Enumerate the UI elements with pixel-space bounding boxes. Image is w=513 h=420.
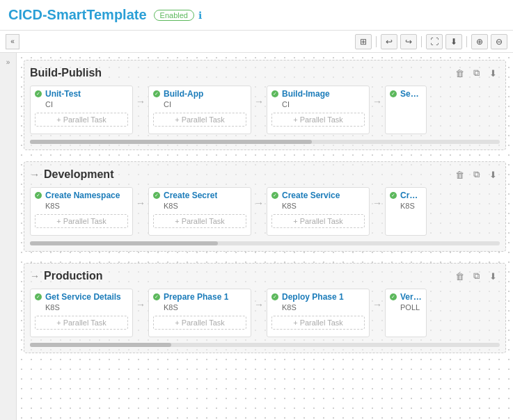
stage-scrollbar[interactable] xyxy=(30,241,500,245)
toolbar: « ⊞ ↩ ↪ ⛶ ⬇ ⊕ ⊖ xyxy=(0,31,513,53)
task-card[interactable]: Unit-TestCI+ Parallel Task xyxy=(30,86,133,134)
stage-production: →Production🗑⧉⬇Get Service DetailsK8S+ Pa… xyxy=(24,263,506,353)
task-type: K8S xyxy=(164,303,246,312)
add-parallel-task-button[interactable]: + Parallel Task xyxy=(35,214,128,228)
task-container: Get Service DetailsK8S+ Parallel Task xyxy=(30,289,133,337)
canvas-sidebar: » xyxy=(0,53,17,420)
add-parallel-task-button[interactable]: + Parallel Task xyxy=(153,316,246,330)
download-stage-button[interactable]: ⬇ xyxy=(486,66,500,80)
task-status-dot xyxy=(271,192,278,199)
stage-connector-arrow: → xyxy=(30,270,40,282)
info-icon[interactable]: ℹ xyxy=(198,10,202,21)
add-parallel-task-button[interactable]: + Parallel Task xyxy=(271,214,365,228)
copy-stage-button[interactable]: ⧉ xyxy=(469,66,483,80)
tasks-wrapper-development: Create NamespaceK8S+ Parallel Task→Creat… xyxy=(30,187,500,236)
enabled-badge[interactable]: Enabled xyxy=(154,10,194,21)
task-card-header: Veri... xyxy=(390,292,422,302)
stage-scrollbar-thumb xyxy=(30,140,312,144)
collapse-button[interactable]: « xyxy=(6,34,19,49)
task-status-dot xyxy=(153,90,160,97)
download-stage-button[interactable]: ⬇ xyxy=(486,168,500,181)
task-status-dot xyxy=(271,90,278,97)
undo-button[interactable]: ↩ xyxy=(381,34,397,49)
task-card[interactable]: Build-AppCI+ Parallel Task xyxy=(148,86,251,134)
stage-development: →Development🗑⧉⬇Create NamespaceK8S+ Para… xyxy=(24,161,506,252)
task-type: K8S xyxy=(282,202,365,210)
task-card-header: Sequ... xyxy=(390,89,422,99)
stage-title-development: Development xyxy=(44,168,452,181)
stage-scrollbar[interactable] xyxy=(30,343,500,347)
grid-view-button[interactable]: ⊞ xyxy=(355,34,372,49)
toolbar-separator-1 xyxy=(376,36,377,47)
stage-scrollbar[interactable] xyxy=(30,140,500,144)
delete-stage-button[interactable]: 🗑 xyxy=(452,66,466,80)
task-name: Create Namespace xyxy=(45,191,120,200)
task-card-header: Get Service Details xyxy=(35,292,128,302)
task-type: K8S xyxy=(164,202,246,210)
add-parallel-task-button[interactable]: + Parallel Task xyxy=(35,316,128,330)
task-card[interactable]: Create NamespaceK8S+ Parallel Task xyxy=(30,187,133,236)
task-card[interactable]: Get Service DetailsK8S+ Parallel Task xyxy=(30,289,133,337)
task-card[interactable]: Create ServiceK8S+ Parallel Task xyxy=(267,187,370,236)
task-card[interactable]: Build-ImageCI+ Parallel Task xyxy=(267,86,370,134)
task-card-header: Unit-Test xyxy=(35,89,128,99)
task-name: Build-Image xyxy=(282,89,330,99)
task-type: CI xyxy=(282,100,365,108)
add-parallel-task-button[interactable]: + Parallel Task xyxy=(271,316,365,330)
task-status-dot xyxy=(35,192,42,199)
add-parallel-task-button[interactable]: + Parallel Task xyxy=(35,113,128,127)
task-name: Deploy Phase 1 xyxy=(282,292,344,302)
download-stage-button[interactable]: ⬇ xyxy=(486,269,500,283)
task-card-header: Prepare Phase 1 xyxy=(153,292,246,302)
task-connector-arrow: → xyxy=(136,299,145,327)
task-type: K8S xyxy=(45,303,128,312)
task-connector-arrow: → xyxy=(254,299,264,327)
task-connector-arrow: → xyxy=(372,197,382,225)
task-container: →Deploy Phase 1K8S+ Parallel Task xyxy=(251,289,370,337)
task-card[interactable]: Crea...K8S xyxy=(385,187,427,236)
task-status-dot xyxy=(390,90,397,97)
task-status-dot xyxy=(390,293,397,300)
add-parallel-task-button[interactable]: + Parallel Task xyxy=(271,113,365,127)
task-type: K8S xyxy=(282,303,365,312)
task-name: Veri... xyxy=(400,292,422,302)
task-connector-arrow: → xyxy=(372,96,382,124)
delete-stage-button[interactable]: 🗑 xyxy=(452,168,466,181)
export-button[interactable]: ⬇ xyxy=(445,34,462,49)
task-status-dot xyxy=(153,293,160,300)
task-type: CI xyxy=(45,100,128,108)
task-card[interactable]: Prepare Phase 1K8S+ Parallel Task xyxy=(148,289,251,337)
stage-actions-production: 🗑⧉⬇ xyxy=(452,269,500,283)
sidebar-collapse-icon[interactable]: » xyxy=(6,58,10,66)
add-parallel-task-button[interactable]: + Parallel Task xyxy=(153,113,246,127)
copy-stage-button[interactable]: ⧉ xyxy=(469,168,483,181)
stage-header-development: →Development🗑⧉⬇ xyxy=(30,168,500,181)
task-card-header: Deploy Phase 1 xyxy=(271,292,365,302)
copy-stage-button[interactable]: ⧉ xyxy=(469,269,483,283)
task-connector-arrow: → xyxy=(136,197,145,225)
task-card-header: Build-Image xyxy=(271,89,365,99)
task-connector-arrow: → xyxy=(136,96,145,124)
toolbar-left: « xyxy=(6,34,19,49)
zoom-in-button[interactable]: ⊕ xyxy=(471,34,488,49)
task-name: Unit-Test xyxy=(45,89,81,99)
task-container: →Prepare Phase 1K8S+ Parallel Task xyxy=(133,289,251,337)
add-parallel-task-button[interactable]: + Parallel Task xyxy=(153,214,246,228)
task-status-dot xyxy=(390,192,397,199)
task-status-dot xyxy=(35,90,42,97)
fit-screen-button[interactable]: ⛶ xyxy=(426,34,443,49)
task-card[interactable]: Create SecretK8S+ Parallel Task xyxy=(148,187,251,236)
task-card[interactable]: Veri...POLL xyxy=(385,289,427,337)
canvas-main: Build-Publish🗑⧉⬇Unit-TestCI+ Parallel Ta… xyxy=(17,53,513,420)
task-status-dot xyxy=(271,293,278,300)
app-title: CICD-SmartTemplate xyxy=(8,7,147,23)
delete-stage-button[interactable]: 🗑 xyxy=(452,269,466,283)
redo-button[interactable]: ↪ xyxy=(400,34,417,49)
task-card-header: Create Secret xyxy=(153,191,246,200)
task-card[interactable]: Sequ... xyxy=(385,86,427,134)
task-card[interactable]: Deploy Phase 1K8S+ Parallel Task xyxy=(267,289,370,337)
toolbar-separator-2 xyxy=(421,36,422,47)
zoom-out-button[interactable]: ⊖ xyxy=(491,34,507,49)
task-container: →Sequ... xyxy=(370,86,427,134)
task-container: Create NamespaceK8S+ Parallel Task xyxy=(30,187,133,236)
